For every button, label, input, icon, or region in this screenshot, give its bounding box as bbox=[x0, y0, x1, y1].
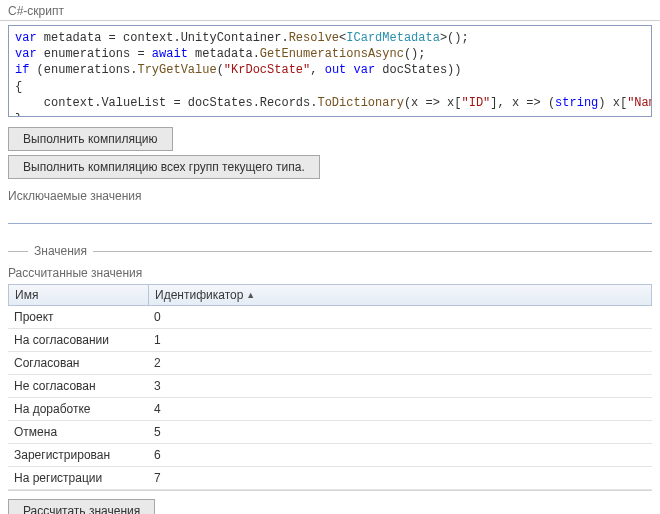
table-row[interactable]: Согласован2 bbox=[8, 352, 652, 375]
cell-id: 4 bbox=[148, 401, 278, 417]
table-row[interactable]: На согласовании1 bbox=[8, 329, 652, 352]
table-row[interactable]: Зарегистрирован6 bbox=[8, 444, 652, 467]
cell-id: 0 bbox=[148, 309, 278, 325]
code-editor[interactable]: var metadata = context.UnityContainer.Re… bbox=[8, 25, 652, 117]
cell-name: Согласован bbox=[8, 355, 148, 371]
cell-name: Проект bbox=[8, 309, 148, 325]
grid-header: Имя Идентификатор ▲ bbox=[8, 284, 652, 306]
column-header-id[interactable]: Идентификатор ▲ bbox=[149, 285, 279, 305]
calculated-values-label: Рассчитанные значения bbox=[0, 264, 660, 284]
cell-name: Зарегистрирован bbox=[8, 447, 148, 463]
column-header-name[interactable]: Имя bbox=[9, 285, 149, 305]
excluded-values-input[interactable] bbox=[8, 205, 652, 224]
column-header-id-label: Идентификатор bbox=[155, 288, 243, 302]
cell-name: На согласовании bbox=[8, 332, 148, 348]
compile-button[interactable]: Выполнить компиляцию bbox=[8, 127, 173, 151]
table-row[interactable]: На регистрации7 bbox=[8, 467, 652, 490]
calculate-values-button[interactable]: Рассчитать значения bbox=[8, 499, 155, 514]
compile-all-groups-button[interactable]: Выполнить компиляцию всех групп текущего… bbox=[8, 155, 320, 179]
cell-id: 6 bbox=[148, 447, 278, 463]
excluded-values-label: Исключаемые значения bbox=[0, 181, 660, 205]
values-group-header: Значения bbox=[8, 244, 652, 258]
table-row[interactable]: На доработке4 bbox=[8, 398, 652, 421]
cell-name: Не согласован bbox=[8, 378, 148, 394]
values-grid: Имя Идентификатор ▲ Проект0На согласован… bbox=[8, 284, 652, 491]
cell-id: 1 bbox=[148, 332, 278, 348]
cell-id: 2 bbox=[148, 355, 278, 371]
cell-name: Отмена bbox=[8, 424, 148, 440]
grid-body: Проект0На согласовании1Согласован2Не сог… bbox=[8, 306, 652, 490]
cell-id: 7 bbox=[148, 470, 278, 486]
cell-id: 5 bbox=[148, 424, 278, 440]
table-row[interactable]: Проект0 bbox=[8, 306, 652, 329]
cell-name: На регистрации bbox=[8, 470, 148, 486]
table-row[interactable]: Не согласован3 bbox=[8, 375, 652, 398]
table-row[interactable]: Отмена5 bbox=[8, 421, 652, 444]
cell-name: На доработке bbox=[8, 401, 148, 417]
values-group-title: Значения bbox=[34, 244, 87, 258]
sort-asc-icon: ▲ bbox=[246, 290, 255, 300]
cell-id: 3 bbox=[148, 378, 278, 394]
script-section-title: C#-скрипт bbox=[0, 0, 660, 21]
